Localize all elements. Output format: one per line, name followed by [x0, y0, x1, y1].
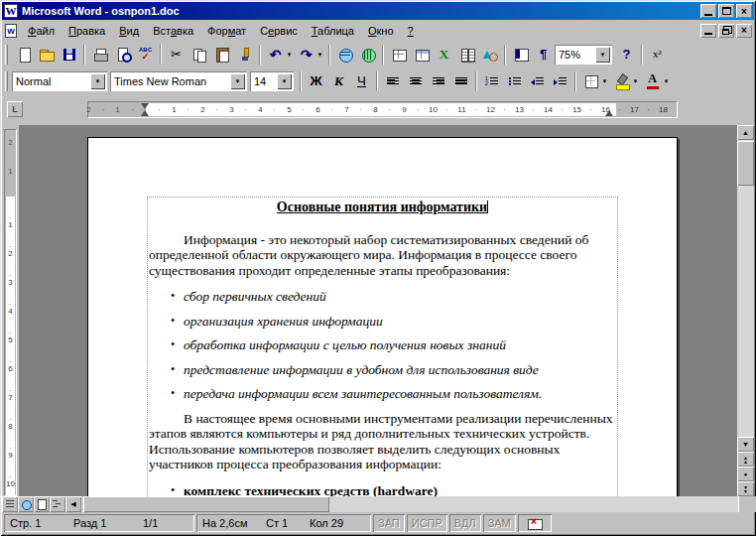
insert-excel-button[interactable]: X — [433, 44, 455, 66]
insert-table-button[interactable] — [410, 44, 433, 66]
paste-button[interactable] — [210, 44, 233, 66]
vertical-scrollbar[interactable]: ▲ ▼ ▲ ● ▼ — [737, 125, 754, 496]
undo-button[interactable]: ↶ — [264, 44, 287, 66]
dropdown-arrow-icon[interactable]: ▼ — [90, 73, 105, 89]
mode-indicator[interactable]: ЗАП — [373, 514, 405, 532]
outline-view-button[interactable] — [50, 496, 65, 512]
left-indent-marker[interactable] — [141, 110, 149, 116]
normal-view-button[interactable] — [2, 496, 18, 512]
vertical-ruler[interactable]: 21 12345678910 — [2, 125, 19, 496]
menu-item[interactable]: Файл — [21, 23, 62, 39]
minimize-button[interactable] — [700, 4, 716, 18]
doc-minimize-button[interactable] — [700, 24, 716, 38]
tab-alignment-selector[interactable]: L — [7, 101, 23, 117]
highlight-button[interactable] — [610, 70, 633, 92]
title-bar[interactable]: W Microsoft Word - osnpon1.doc × — [2, 2, 754, 20]
web-toolbar-button[interactable] — [356, 44, 379, 66]
first-line-indent-marker[interactable] — [141, 103, 149, 109]
redo-button[interactable]: ↷ — [295, 44, 317, 66]
scroll-down-button[interactable]: ▼ — [737, 437, 754, 452]
align-right-button[interactable] — [427, 70, 449, 92]
tables-and-borders-button[interactable] — [387, 44, 410, 66]
dropdown-arrow-icon[interactable]: ▼ — [595, 47, 610, 63]
horizontal-scroll-thumb[interactable] — [83, 496, 329, 512]
select-browse-object-button[interactable]: ● — [737, 467, 754, 481]
dropdown-arrow-icon[interactable]: ▼ — [277, 73, 292, 89]
new-document-button[interactable] — [12, 44, 35, 66]
document-map-button[interactable] — [509, 44, 532, 66]
vertical-scroll-thumb[interactable] — [737, 141, 754, 186]
page-layout-view-button[interactable] — [34, 496, 50, 512]
doc-close-button[interactable]: × — [736, 24, 752, 38]
format-painter-button[interactable] — [233, 44, 256, 66]
menu-item[interactable]: Вид — [112, 23, 146, 39]
web-layout-view-button[interactable] — [18, 496, 34, 512]
mode-indicator[interactable]: ЗАМ — [483, 514, 516, 532]
columns-button[interactable] — [455, 44, 478, 66]
save-button[interactable] — [58, 44, 80, 66]
next-page-button[interactable]: ▼ — [737, 481, 754, 496]
print-button[interactable] — [88, 44, 111, 66]
drawing-button[interactable] — [478, 44, 501, 66]
numbered-list-button[interactable] — [480, 70, 503, 92]
bulleted-list-button[interactable] — [503, 70, 526, 92]
font-size-combo[interactable]: 14 ▼ — [250, 71, 294, 91]
dropdown-arrow-icon[interactable]: ▼ — [230, 73, 245, 89]
style-combo[interactable]: Normal ▼ — [12, 71, 107, 91]
align-center-button[interactable] — [404, 70, 427, 92]
menu-item[interactable]: ? — [401, 23, 421, 39]
bullet-icon: • — [171, 337, 184, 353]
previous-page-button[interactable]: ▲ — [737, 452, 754, 467]
maximize-button[interactable] — [718, 4, 734, 18]
toolbar-drag-handle[interactable] — [5, 71, 8, 91]
horizontal-scrollbar[interactable]: ◀ ▶ — [2, 496, 754, 512]
ruler-mark: 2 — [189, 102, 217, 117]
maximize-icon — [722, 7, 731, 15]
open-button[interactable] — [35, 44, 58, 66]
italic-button[interactable]: К — [327, 70, 350, 92]
scroll-up-button[interactable]: ▲ — [737, 125, 754, 140]
office-assistant-button[interactable]: ? — [615, 44, 638, 66]
mode-indicator[interactable]: ВДЛ — [449, 514, 481, 532]
paragraph: Информация - это некоторый набор система… — [149, 232, 616, 279]
bullet-icon: • — [171, 386, 184, 402]
scroll-left-button[interactable]: ◀ — [65, 496, 81, 512]
document-page[interactable]: Основные понятия информатики Информация … — [87, 137, 678, 496]
menu-item[interactable]: Формат — [200, 23, 253, 39]
document-icon[interactable]: W — [5, 24, 17, 38]
close-button[interactable]: × — [736, 4, 752, 18]
toolbar-drag-handle[interactable] — [5, 45, 8, 65]
menu-item[interactable]: Таблица — [305, 23, 361, 39]
increase-indent-button[interactable] — [549, 70, 571, 92]
menu-item[interactable]: Вставка — [146, 23, 200, 39]
bold-button[interactable]: Ж — [305, 70, 327, 92]
style-value: Normal — [12, 75, 90, 87]
borders-button[interactable] — [579, 70, 602, 92]
cut-button[interactable]: ✂ — [165, 44, 188, 66]
mode-indicator[interactable]: ИСПР — [407, 514, 447, 532]
font-value: Times New Roman — [110, 75, 230, 87]
underline-button[interactable]: Ч — [350, 70, 373, 92]
right-indent-marker[interactable] — [605, 110, 613, 116]
font-combo[interactable]: Times New Roman ▼ — [110, 71, 247, 91]
zoom-value: 75% — [555, 49, 595, 61]
align-justify-button[interactable] — [449, 70, 472, 92]
align-left-button[interactable] — [381, 70, 404, 92]
doc-restore-button[interactable] — [718, 24, 734, 38]
superscript-button[interactable]: x² — [646, 44, 669, 66]
spelling-status-panel[interactable] — [518, 514, 552, 532]
document-area: 21 12345678910 Основные понятия информат… — [2, 125, 754, 496]
font-color-button[interactable]: А — [641, 70, 664, 92]
spelling-button[interactable]: ABC✓ — [134, 44, 157, 66]
decrease-indent-button[interactable] — [526, 70, 549, 92]
menu-item[interactable]: Окно — [361, 23, 401, 39]
insert-hyperlink-button[interactable] — [333, 44, 356, 66]
horizontal-ruler[interactable]: 21 123456789101112131415161718 — [87, 101, 678, 118]
menu-item[interactable]: Сервис — [253, 23, 305, 39]
copy-button[interactable] — [188, 44, 210, 66]
menu-bar: W Файл Правка Вид Вставка Формат Сервис … — [2, 20, 754, 41]
print-preview-button[interactable] — [111, 44, 134, 66]
show-paragraph-marks-button[interactable]: ¶ — [532, 44, 555, 66]
menu-item[interactable]: Правка — [62, 23, 112, 39]
zoom-combo[interactable]: 75% ▼ — [555, 45, 612, 65]
